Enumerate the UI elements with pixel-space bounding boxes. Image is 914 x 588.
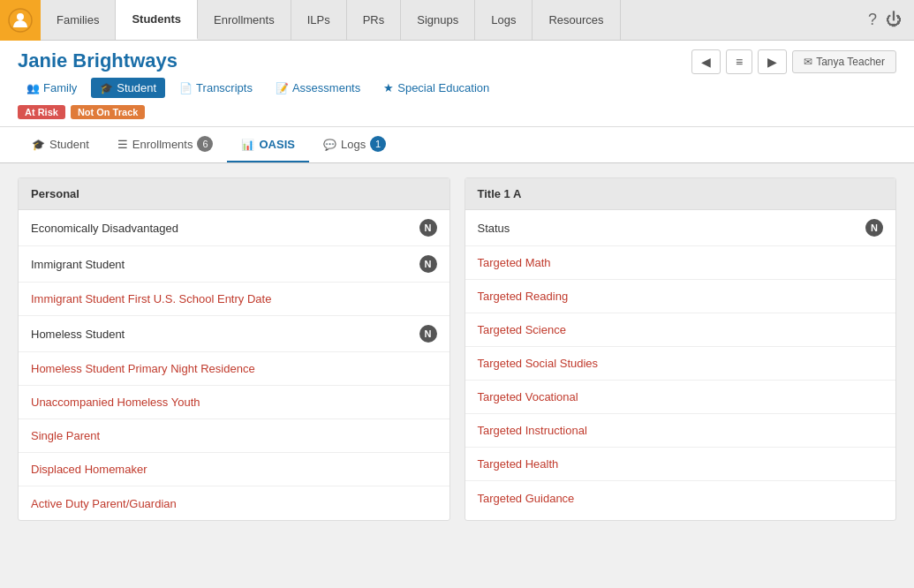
student-link-transcripts[interactable]: Transcripts xyxy=(170,78,261,98)
personal-panel-header: Personal xyxy=(19,178,449,210)
row-active-duty[interactable]: Active Duty Parent/Guardian xyxy=(19,486,449,520)
student-header-right: ◀ ≡ ▶ Tanya Teacher xyxy=(691,49,896,74)
not-on-track-badge: Not On Track xyxy=(71,105,145,119)
row-targeted-vocational[interactable]: Targeted Vocational xyxy=(465,381,896,414)
tab-logs[interactable]: Logs 1 xyxy=(309,127,400,162)
row-status: Status N xyxy=(465,210,896,246)
next-student-button[interactable]: ▶ xyxy=(758,49,787,74)
row-unaccompanied-homeless[interactable]: Unaccompanied Homeless Youth xyxy=(19,386,449,419)
row-displaced-homemaker[interactable]: Displaced Homemaker xyxy=(19,453,449,486)
student-tab-icon xyxy=(32,138,45,151)
nav-tab-signups[interactable]: Signups xyxy=(401,0,475,40)
sub-tabs: Student Enrollments 6 OASIS Logs 1 xyxy=(0,127,914,163)
student-badges: At Risk Not On Track xyxy=(18,105,498,119)
student-link-student[interactable]: Student xyxy=(91,78,165,98)
main-content: Personal Economically Disadvantaged N Im… xyxy=(0,163,914,535)
row-immigrant-entry-date[interactable]: Immigrant Student First U.S. School Entr… xyxy=(19,283,449,316)
student-link-family[interactable]: Family xyxy=(18,78,86,98)
n-badge-homeless: N xyxy=(419,325,437,343)
nav-tab-logs[interactable]: Logs xyxy=(475,0,533,40)
tab-oasis[interactable]: OASIS xyxy=(227,127,308,162)
logs-count-badge: 1 xyxy=(370,136,386,152)
row-targeted-instructional[interactable]: Targeted Instructional xyxy=(465,414,896,448)
tab-enrollments[interactable]: Enrollments 6 xyxy=(103,127,228,162)
main-nav-tabs: Families Students Enrollments ILPs PRs S… xyxy=(41,0,856,40)
row-targeted-science[interactable]: Targeted Science xyxy=(465,313,896,347)
svg-point-1 xyxy=(17,13,24,20)
prev-student-button[interactable]: ◀ xyxy=(691,49,721,74)
student-list-button[interactable]: ≡ xyxy=(726,49,752,74)
row-immigrant-student: Immigrant Student N xyxy=(19,246,449,283)
row-single-parent[interactable]: Single Parent xyxy=(19,419,449,453)
n-badge-econ: N xyxy=(419,219,437,237)
n-badge-status: N xyxy=(865,219,883,237)
help-button[interactable]: ? xyxy=(868,11,877,29)
tab-student[interactable]: Student xyxy=(18,127,103,162)
mail-icon xyxy=(804,56,812,68)
student-header-left: Janie Brightways Family Student Transcri… xyxy=(18,49,498,119)
student-nav-links: Family Student Transcripts Assessments S… xyxy=(18,78,498,98)
enrollments-count-badge: 6 xyxy=(197,136,213,152)
nav-tab-prs[interactable]: PRs xyxy=(347,0,402,40)
transcripts-icon xyxy=(179,81,193,94)
row-targeted-social-studies[interactable]: Targeted Social Studies xyxy=(465,347,896,381)
signout-button[interactable]: ⏻ xyxy=(886,11,902,29)
student-link-special-education[interactable]: Special Education xyxy=(374,78,498,98)
student-header: Janie Brightways Family Student Transcri… xyxy=(0,41,914,127)
teacher-button[interactable]: Tanya Teacher xyxy=(792,50,896,73)
student-link-assessments[interactable]: Assessments xyxy=(267,78,369,98)
row-targeted-math[interactable]: Targeted Math xyxy=(465,246,896,280)
top-navigation: Families Students Enrollments ILPs PRs S… xyxy=(0,0,914,41)
nav-utility-icons: ? ⏻ xyxy=(856,11,914,29)
nav-tab-enrollments[interactable]: Enrollments xyxy=(198,0,291,40)
row-homeless-student: Homeless Student N xyxy=(19,316,449,352)
nav-tab-students[interactable]: Students xyxy=(116,0,198,40)
oasis-tab-icon xyxy=(241,138,254,151)
logs-tab-icon xyxy=(323,138,336,151)
row-targeted-reading[interactable]: Targeted Reading xyxy=(465,280,896,313)
student-name: Janie Brightways xyxy=(18,49,498,72)
family-icon xyxy=(26,81,40,94)
assessments-icon xyxy=(276,81,289,94)
row-economically-disadvantaged: Economically Disadvantaged N xyxy=(19,210,449,246)
title1a-panel-header: Title 1 A xyxy=(465,178,896,210)
nav-tab-ilps[interactable]: ILPs xyxy=(291,0,347,40)
title1a-panel: Title 1 A Status N Targeted Math Targete… xyxy=(465,177,897,521)
n-badge-immigrant: N xyxy=(419,255,437,273)
nav-tab-families[interactable]: Families xyxy=(41,0,116,40)
app-logo xyxy=(0,0,41,41)
row-targeted-guidance[interactable]: Targeted Guidance xyxy=(465,481,896,515)
row-homeless-primary-residence[interactable]: Homeless Student Primary Night Residence xyxy=(19,352,449,386)
row-targeted-health[interactable]: Targeted Health xyxy=(465,448,896,481)
at-risk-badge: At Risk xyxy=(18,105,65,119)
student-icon xyxy=(100,81,113,94)
nav-tab-resources[interactable]: Resources xyxy=(533,0,620,40)
personal-panel: Personal Economically Disadvantaged N Im… xyxy=(18,177,450,521)
enrollments-tab-icon xyxy=(117,138,128,151)
star-icon xyxy=(383,81,394,94)
